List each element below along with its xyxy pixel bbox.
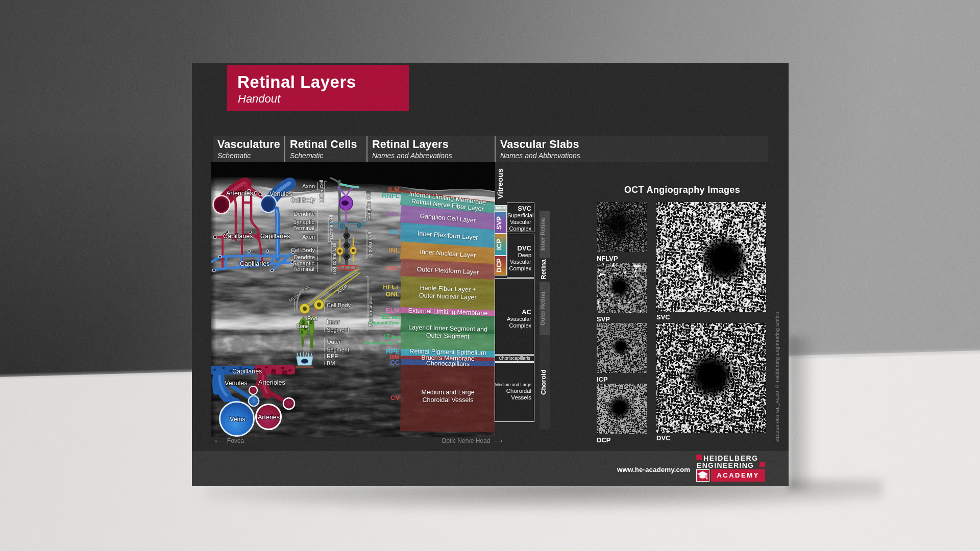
svg-text:RPE: RPE — [327, 353, 338, 359]
svg-text:Venules: Venules — [270, 190, 292, 197]
svg-text:Arterioles: Arterioles — [226, 190, 253, 197]
svg-text:Venules: Venules — [225, 380, 247, 387]
svg-text:Bipolar Cell: Bipolar Cell — [367, 232, 373, 257]
svg-text:Dendrite: Dendrite — [293, 254, 315, 260]
svg-text:Terminal: Terminal — [293, 225, 314, 231]
svg-text:Inner: Inner — [327, 319, 339, 325]
svg-text:Photoreceptor: Photoreceptor — [368, 296, 373, 327]
svg-text:Capillaries: Capillaries — [223, 233, 253, 240]
svg-text:Axon: Axon — [302, 183, 315, 189]
svg-text:Horizontal Cell: Horizontal Cell — [331, 243, 337, 274]
svg-text:BM: BM — [327, 360, 335, 366]
svg-text:Capillaries: Capillaries — [260, 233, 290, 240]
svg-text:Arterioles: Arterioles — [258, 379, 285, 386]
svg-text:Synaptic: Synaptic — [293, 219, 315, 225]
svg-text:Capillaries: Capillaries — [232, 368, 262, 375]
svg-text:Capillaries: Capillaries — [240, 260, 270, 267]
svg-text:Cone: Cone — [296, 323, 309, 329]
svg-text:Terminal: Terminal — [293, 266, 314, 272]
svg-text:Ganglion Cell: Ganglion Cell — [365, 191, 371, 220]
svg-text:Segment: Segment — [327, 327, 349, 333]
svg-text:Cell Body: Cell Body — [291, 197, 315, 203]
svg-text:Arteries: Arteries — [258, 414, 280, 421]
svg-text:Outer: Outer — [327, 339, 341, 345]
svg-text:Veins: Veins — [230, 416, 246, 423]
svg-text:Segment: Segment — [327, 346, 349, 353]
svg-text:Cell Body: Cell Body — [291, 247, 315, 253]
svg-text:Cell Body: Cell Body — [327, 302, 351, 308]
svg-text:Rod: Rod — [307, 315, 317, 321]
svg-text:Axon: Axon — [302, 234, 315, 240]
svg-text:Dendrite: Dendrite — [293, 211, 315, 217]
svg-text:Amacrine Cell: Amacrine Cell — [328, 215, 334, 245]
svg-text:Müller Cell: Müller Cell — [318, 180, 324, 203]
